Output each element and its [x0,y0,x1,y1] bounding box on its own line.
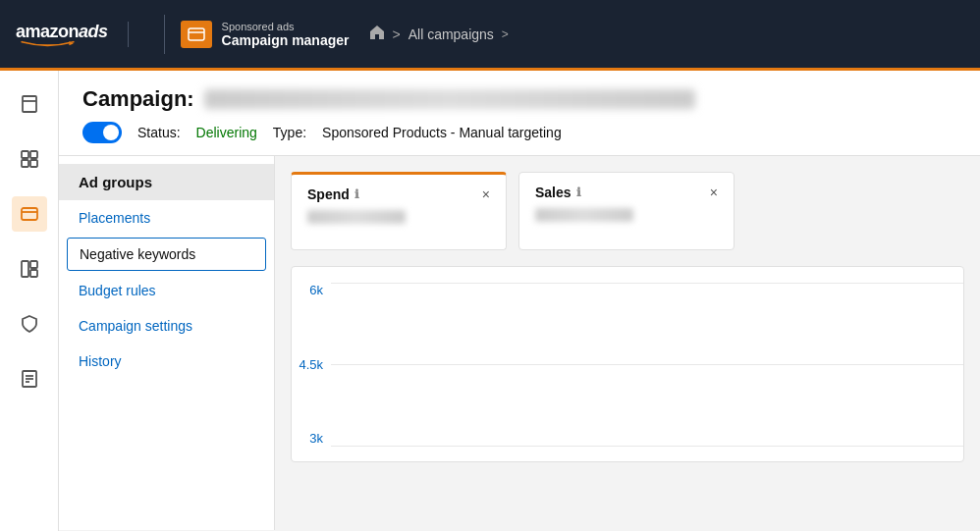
nav-history[interactable]: History [59,344,274,379]
sidebar-bookmark-icon[interactable] [12,86,47,122]
home-icon[interactable] [369,25,385,44]
metric-sales-title: Sales ℹ [535,185,581,200]
sidebar-shield-icon[interactable] [12,306,47,342]
nav-placements[interactable]: Placements [59,200,274,236]
content-area: Campaign: Status: Delivering Type: Spons… [59,71,980,531]
chart-grid-lines [331,283,963,446]
svg-rect-10 [22,261,28,277]
status-toggle[interactable] [82,122,122,143]
spend-value-blurred [307,210,406,224]
chart-line-mid [331,364,963,365]
sidebar-report-icon[interactable] [12,361,47,397]
spend-close-button[interactable]: × [482,186,490,202]
sales-value-blurred [535,208,633,222]
body-layout: Ad groups Placements Negative keywords B… [59,156,980,530]
chart-line-top [331,283,963,284]
type-value: Sponsored Products - Manual targeting [322,125,562,140]
campaign-status-row: Status: Delivering Type: Sponsored Produ… [82,122,956,143]
metrics-row: Spend ℹ × Sales ℹ [291,172,964,250]
navbar-text: Sponsored ads Campaign manager [222,21,350,48]
chart-area: 6k 4.5k 3k [291,266,964,462]
svg-rect-8 [22,208,37,220]
chart-y-label-6k: 6k [292,283,331,297]
metric-card-spend: Spend ℹ × [291,172,507,250]
main-layout: Campaign: Status: Delivering Type: Spons… [0,71,980,531]
svg-rect-4 [22,151,28,158]
sidebar-layout-icon[interactable] [12,251,47,287]
breadcrumb: > All campaigns > [369,25,509,44]
svg-rect-7 [30,160,37,167]
breadcrumb-all-campaigns[interactable]: All campaigns [408,27,494,42]
chart-y-label-4k5: 4.5k [292,357,331,372]
navbar-title: Campaign manager [222,32,350,48]
icon-sidebar [0,71,59,531]
nav-ad-groups: Ad groups [59,164,274,200]
navbar: amazonads Sponsored ads Campaign manager [0,0,980,71]
chart-y-labels: 6k 4.5k 3k [292,283,331,446]
spend-info-icon[interactable]: ℹ [354,187,359,201]
campaign-label: Campaign: [82,86,194,112]
status-value: Delivering [196,125,257,140]
status-label: Status: [137,125,181,140]
metric-sales-header: Sales ℹ × [535,185,718,200]
chart-y-label-3k: 3k [292,431,331,446]
main-content: Spend ℹ × Sales ℹ [275,156,980,530]
breadcrumb-chevron: > [502,27,509,41]
svg-rect-1 [189,28,204,40]
campaign-header: Campaign: Status: Delivering Type: Spons… [59,71,980,156]
sidebar-campaign-icon[interactable] [12,196,47,232]
metric-spend-title: Spend ℹ [307,186,359,202]
nav-negative-keywords[interactable]: Negative keywords [67,238,266,271]
breadcrumb-separator-1: > [393,27,401,42]
campaign-title-row: Campaign: [82,86,956,112]
metric-card-sales: Sales ℹ × [518,172,735,250]
svg-rect-5 [30,151,37,158]
svg-rect-3 [23,96,36,112]
svg-rect-12 [30,270,37,277]
sales-info-icon[interactable]: ℹ [576,186,581,199]
navbar-app-section: Sponsored ads Campaign manager [181,21,350,48]
campaign-name-blurred [204,89,695,109]
type-label: Type: [273,125,306,140]
svg-rect-11 [30,261,37,268]
nav-campaign-settings[interactable]: Campaign settings [59,308,274,344]
metric-spend-header: Spend ℹ × [307,186,490,202]
navbar-subtitle: Sponsored ads [222,21,350,32]
nav-sidebar: Ad groups Placements Negative keywords B… [59,156,275,530]
chart-line-bottom [331,446,963,447]
sales-close-button[interactable]: × [710,185,718,200]
sidebar-grid-icon[interactable] [12,141,47,177]
navbar-app-icon [181,21,212,48]
amazon-ads-logo: amazonads [16,22,129,47]
svg-rect-6 [22,160,28,167]
nav-budget-rules[interactable]: Budget rules [59,273,274,308]
